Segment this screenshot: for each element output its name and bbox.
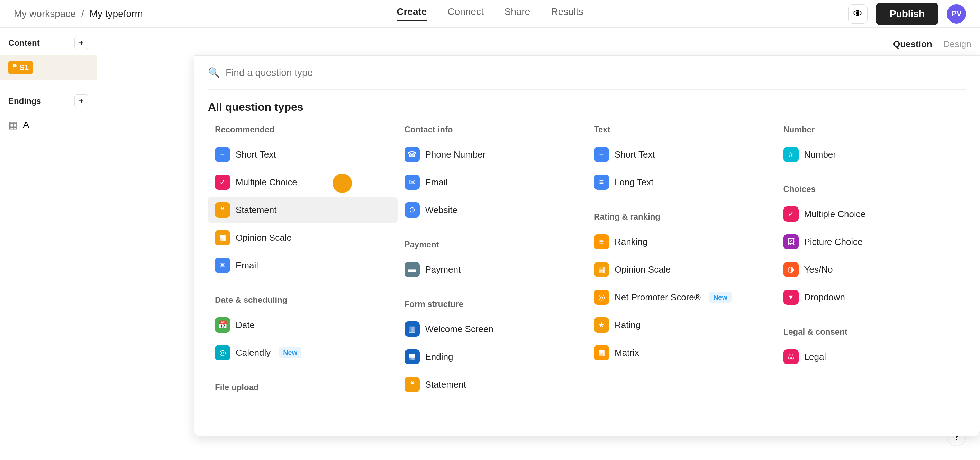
q-picture-choice[interactable]: 🖼 Picture Choice: [776, 228, 966, 255]
q-multiple-choice-choices[interactable]: ✓ Multiple Choice: [776, 201, 966, 227]
q-email-recommended[interactable]: ✉ Email: [208, 252, 398, 278]
q-ranking[interactable]: ≡ Ranking: [587, 228, 776, 255]
tab-results[interactable]: Results: [551, 6, 583, 21]
q-label: Short Text: [614, 149, 655, 160]
q-label: Welcome Screen: [425, 324, 494, 335]
q-short-text-text[interactable]: ≡ Short Text: [587, 141, 776, 168]
breadcrumb-separator: /: [81, 8, 84, 19]
content-label: Content: [8, 38, 40, 48]
form-name[interactable]: My typeform: [90, 8, 143, 19]
q-label: Website: [425, 205, 457, 216]
column-contact: Contact info ☎ Phone Number ✉ Email ⊕ We…: [398, 125, 587, 398]
tab-create[interactable]: Create: [396, 6, 427, 21]
publish-button[interactable]: Publish: [876, 3, 939, 25]
q-opinion-scale-rating[interactable]: ▦ Opinion Scale: [587, 256, 776, 283]
number-header: Number: [776, 125, 966, 140]
text-header: Text: [587, 125, 776, 140]
right-panel-tabs: Question Design Logic ⚙: [893, 39, 970, 56]
q-matrix[interactable]: ▦ Matrix: [587, 339, 776, 366]
q-label: Calendly: [235, 347, 270, 358]
rating-icon: ★: [594, 317, 609, 332]
q-label: Picture Choice: [804, 236, 863, 247]
q-label: Payment: [425, 264, 461, 275]
q-welcome-screen[interactable]: ▦ Welcome Screen: [398, 316, 587, 342]
add-ending-button[interactable]: +: [75, 94, 88, 108]
nav-right: 👁 Publish PV: [848, 3, 966, 25]
q-label: Ending: [425, 351, 453, 362]
statement-icon: ❝: [215, 202, 230, 217]
dropdown-icon: ▾: [783, 289, 799, 305]
multiple-choice-icon: ✓: [215, 174, 230, 190]
q-label: Statement: [235, 205, 277, 216]
q-dropdown[interactable]: ▾ Dropdown: [776, 284, 966, 310]
q-email-contact[interactable]: ✉ Email: [398, 169, 587, 195]
q-payment[interactable]: ▬ Payment: [398, 256, 587, 283]
calendly-icon: ◎: [215, 345, 230, 360]
sidebar-ending-a[interactable]: ▦ A: [0, 113, 97, 136]
sidebar-item-s1[interactable]: ❝ S1: [0, 56, 97, 80]
q-phone-number[interactable]: ☎ Phone Number: [398, 141, 587, 168]
q-label: Statement: [425, 379, 466, 390]
tab-share[interactable]: Share: [504, 6, 530, 21]
q-label: Net Promoter Score®: [614, 292, 701, 303]
column-recommended: Recommended ≡ Short Text ✓ Multiple Choi…: [208, 125, 398, 398]
q-yes-no[interactable]: ◑ Yes/No: [776, 256, 966, 283]
q-statement-form[interactable]: ❝ Statement: [398, 371, 587, 398]
q-label: Opinion Scale: [235, 232, 292, 243]
search-icon: 🔍: [208, 67, 220, 78]
statement-form-icon: ❝: [404, 377, 420, 392]
nps-icon: ◎: [594, 289, 609, 305]
q-label: Matrix: [614, 347, 639, 358]
tab-connect[interactable]: Connect: [447, 6, 484, 21]
q-statement-recommended[interactable]: ❝ Statement: [208, 197, 398, 223]
q-long-text[interactable]: ≡ Long Text: [587, 169, 776, 195]
preview-button[interactable]: 👁: [848, 4, 867, 24]
add-content-button[interactable]: +: [75, 36, 88, 50]
workspace-link[interactable]: My workspace: [14, 8, 76, 19]
date-icon: 📅: [215, 317, 230, 332]
long-text-icon: ≡: [594, 174, 609, 190]
q-ending[interactable]: ▦ Ending: [398, 343, 587, 370]
short-text-icon: ≡: [215, 147, 230, 162]
q-nps[interactable]: ◎ Net Promoter Score® New: [587, 284, 776, 310]
tab-question[interactable]: Question: [893, 39, 932, 56]
q-multiple-choice-recommended[interactable]: ✓ Multiple Choice: [208, 169, 398, 195]
q-date[interactable]: 📅 Date: [208, 312, 398, 338]
q-calendly[interactable]: ◎ Calendly New: [208, 339, 398, 366]
opinion-scale-icon: ▦: [215, 230, 230, 245]
breadcrumb: My workspace / My typeform: [14, 8, 143, 19]
ending-icon: ▦: [8, 119, 17, 131]
phone-icon: ☎: [404, 147, 420, 162]
q-opinion-scale-recommended[interactable]: ▦ Opinion Scale: [208, 224, 398, 251]
endings-label: Endings: [8, 96, 41, 106]
top-nav: My workspace / My typeform Create Connec…: [0, 0, 980, 28]
q-number[interactable]: # Number: [776, 141, 966, 168]
rating-ranking-header: Rating & ranking: [587, 212, 776, 227]
q-label: Ranking: [614, 236, 648, 247]
q-rating[interactable]: ★ Rating: [587, 312, 776, 338]
endings-header: Endings +: [0, 94, 97, 113]
payment-header: Payment: [398, 240, 587, 255]
legal-header: Legal & consent: [776, 327, 966, 342]
number-icon: #: [783, 147, 799, 162]
q-website[interactable]: ⊕ Website: [398, 197, 587, 223]
q-short-text-recommended[interactable]: ≡ Short Text: [208, 141, 398, 168]
avatar[interactable]: PV: [947, 4, 966, 24]
q-label: Phone Number: [425, 149, 486, 160]
sidebar-divider: [8, 86, 88, 87]
q-label: Number: [804, 149, 836, 160]
q-label: Email: [235, 260, 258, 271]
date-scheduling-header: Date & scheduling: [208, 295, 398, 310]
ending-label: A: [23, 120, 29, 131]
question-type-dropdown: 🔍 All question types Recommended ≡ Short…: [194, 56, 980, 436]
search-bar: 🔍: [208, 67, 966, 90]
q-legal[interactable]: ⚖ Legal: [776, 343, 966, 370]
payment-icon: ▬: [404, 262, 420, 277]
nps-new-badge: New: [709, 292, 732, 303]
search-input[interactable]: [226, 67, 966, 78]
q-label: Date: [235, 320, 255, 331]
tab-design[interactable]: Design: [943, 39, 971, 56]
ending-icon2: ▦: [404, 349, 420, 364]
q-label: Multiple Choice: [235, 177, 297, 188]
matrix-icon: ▦: [594, 345, 609, 360]
